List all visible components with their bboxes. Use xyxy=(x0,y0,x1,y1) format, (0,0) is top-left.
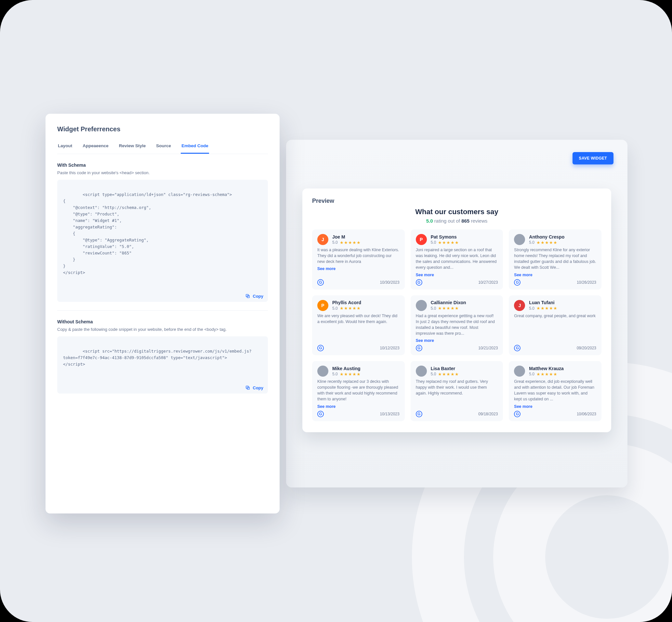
preview-rating-value: 5.0 xyxy=(426,218,433,223)
google-icon: G xyxy=(317,279,324,286)
avatar xyxy=(416,300,427,311)
copy-icon xyxy=(245,293,250,299)
with-schema-section: With Schema Paste this code in your webs… xyxy=(57,163,268,302)
tab-review-style[interactable]: Review Style xyxy=(118,140,147,154)
review-rating: 5.0★★★★★ xyxy=(529,306,558,311)
copy-label: Copy xyxy=(253,294,264,299)
see-more-link[interactable]: See more xyxy=(416,273,498,277)
review-rating: 5.0★★★★★ xyxy=(431,240,459,245)
avatar: J xyxy=(317,234,328,245)
reviewer-name: Phyllis Acord xyxy=(332,300,361,305)
see-more-link[interactable]: See more xyxy=(317,404,400,409)
tab-layout[interactable]: Layout xyxy=(57,140,73,154)
review-date: 10/12/2023 xyxy=(380,346,400,350)
google-icon: G xyxy=(416,279,422,286)
reviewer-name: Pat Symons xyxy=(431,234,459,240)
review-rating: 5.0★★★★★ xyxy=(529,372,564,377)
preview-sub-mid: rating out of xyxy=(433,218,462,223)
review-rating: 5.0★★★★★ xyxy=(431,372,459,377)
preferences-tabs: LayoutAppeaeenceReview StyleSourceEmbed … xyxy=(57,140,268,154)
star-icon: ★★★★★ xyxy=(340,306,361,311)
review-date: 10/27/2023 xyxy=(478,280,498,285)
see-more-link[interactable]: See more xyxy=(514,273,596,277)
google-icon: G xyxy=(416,345,422,351)
without-schema-code-box[interactable]: <script src="https://digitaltriggers.rev… xyxy=(57,336,268,393)
review-card: PPhyllis Acord5.0★★★★★We are very please… xyxy=(312,296,405,355)
rating-value: 5.0 xyxy=(431,372,436,376)
review-body: Joni repaired a large section on a roof … xyxy=(416,247,498,271)
app-stage: SAVE WIDGET Widget Preferrences LayoutAp… xyxy=(0,0,672,622)
star-icon: ★★★★★ xyxy=(340,240,361,245)
star-icon: ★★★★★ xyxy=(438,240,459,245)
review-date: 09/20/2023 xyxy=(577,346,596,350)
see-more-link[interactable]: See more xyxy=(317,267,400,271)
review-body: It was a pleasure dealing with Kline Ext… xyxy=(317,247,400,265)
reviewer-name: Mike Austing xyxy=(332,366,361,371)
rating-value: 5.0 xyxy=(529,240,535,245)
copy-with-schema-button[interactable]: Copy xyxy=(245,293,264,299)
without-schema-section: Without Schema Copy & paste the followin… xyxy=(57,319,268,393)
star-icon: ★★★★★ xyxy=(536,372,558,377)
see-more-link[interactable]: See more xyxy=(514,404,596,409)
google-icon: G xyxy=(317,345,324,351)
rating-value: 5.0 xyxy=(431,306,436,311)
review-date: 10/26/2023 xyxy=(577,280,596,285)
preview-header: What our customers say 5.0 rating out of… xyxy=(312,208,601,223)
star-icon: ★★★★★ xyxy=(438,372,459,377)
review-date: 10/06/2023 xyxy=(577,412,596,416)
tab-source[interactable]: Source xyxy=(156,140,172,154)
review-body: Kline recently replaced our 3 decks with… xyxy=(317,379,400,402)
review-rating: 5.0★★★★★ xyxy=(529,240,564,245)
reviewer-name: Calliannie Dixon xyxy=(431,300,466,305)
preview-headline: What our customers say xyxy=(312,208,601,216)
review-date: 10/30/2023 xyxy=(380,280,400,285)
star-icon: ★★★★★ xyxy=(536,240,558,245)
preview-review-count: 865 xyxy=(461,218,469,223)
review-rating: 5.0★★★★★ xyxy=(332,372,361,377)
with-schema-heading: With Schema xyxy=(57,163,268,168)
avatar: P xyxy=(416,234,427,245)
review-card: JJoe M5.0★★★★★It was a pleasure dealing … xyxy=(312,230,405,289)
avatar: P xyxy=(317,300,328,311)
section-divider xyxy=(57,310,268,311)
reviewer-name: Luan Tufani xyxy=(529,300,558,305)
review-card: Calliannie Dixon5.0★★★★★Had a great expe… xyxy=(411,296,503,355)
preview-subline: 5.0 rating out of 865 reviews xyxy=(312,218,601,223)
review-date: 09/18/2023 xyxy=(478,412,498,416)
rating-value: 5.0 xyxy=(529,372,535,376)
reviewer-name: Anthony Crespo xyxy=(529,234,564,240)
review-card: Matthew Krauza5.0★★★★★Great experience, … xyxy=(509,361,601,421)
reviews-grid: JJoe M5.0★★★★★It was a pleasure dealing … xyxy=(312,230,601,421)
without-schema-heading: Without Schema xyxy=(57,319,268,324)
tab-embed-code[interactable]: Embed Code xyxy=(181,140,209,154)
preview-card: Preview What our customers say 5.0 ratin… xyxy=(302,188,611,432)
with-schema-code-box[interactable]: <script type="application/ld+json" class… xyxy=(57,180,268,302)
google-icon: G xyxy=(514,279,520,286)
star-icon: ★★★★★ xyxy=(438,306,459,311)
review-card: Anthony Crespo5.0★★★★★Strongly recommend… xyxy=(509,230,601,289)
avatar xyxy=(514,366,525,377)
review-card: JLuan Tufani5.0★★★★★Great company, great… xyxy=(509,296,601,355)
review-body: Great experience, did job exceptionally … xyxy=(514,379,596,402)
rating-value: 5.0 xyxy=(431,240,436,245)
google-icon: G xyxy=(317,411,324,417)
preferences-title: Widget Preferrences xyxy=(57,126,268,133)
rating-value: 5.0 xyxy=(332,306,338,311)
copy-icon xyxy=(245,385,250,390)
without-schema-instruction: Copy & paste the following code snippet … xyxy=(57,327,268,332)
copy-without-schema-button[interactable]: Copy xyxy=(245,385,264,390)
copy-label: Copy xyxy=(253,385,264,390)
avatar: J xyxy=(514,300,525,311)
see-more-link[interactable]: See more xyxy=(416,338,498,343)
review-body: Great company, great people, and great w… xyxy=(514,313,596,319)
tab-appeaeence[interactable]: Appeaeence xyxy=(82,140,109,154)
review-body: Strongly recommend Kline for any exterio… xyxy=(514,247,596,271)
reviewer-name: Joe M xyxy=(332,234,361,240)
google-icon: G xyxy=(514,345,520,351)
avatar xyxy=(416,366,427,377)
save-widget-button[interactable]: SAVE WIDGET xyxy=(573,152,613,165)
rating-value: 5.0 xyxy=(332,372,338,376)
review-body: We are very pleased with our deck! They … xyxy=(317,313,400,325)
without-schema-code: <script src="https://digitaltriggers.rev… xyxy=(63,349,251,367)
with-schema-code: <script type="application/ld+json" class… xyxy=(63,192,232,275)
